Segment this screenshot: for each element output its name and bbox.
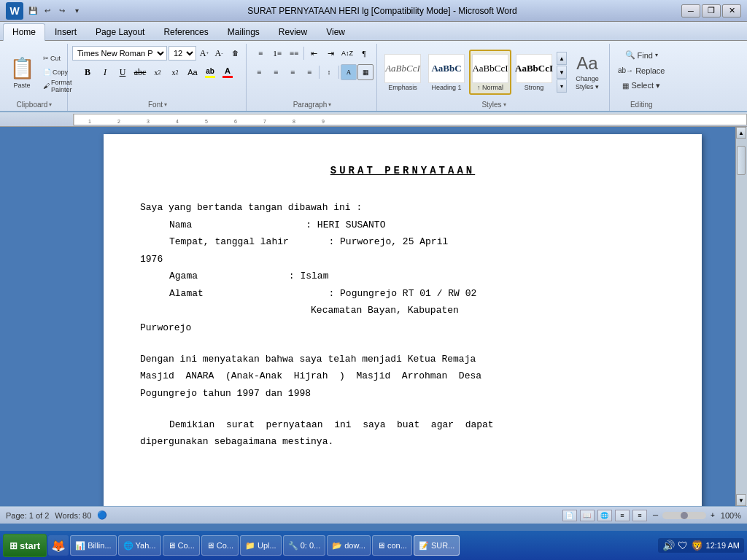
multilevel-list-button[interactable]: ≡≡ <box>286 45 302 61</box>
align-right-button[interactable]: ≡ <box>285 64 301 80</box>
font-row-2: B I U abc x2 x2 Aa ab A <box>80 64 236 80</box>
align-center-button[interactable]: ≡ <box>268 64 284 80</box>
style-normal[interactable]: AaBbCcI ↑ Normal <box>469 50 511 95</box>
save-button[interactable]: 💾 <box>26 4 39 18</box>
cut-label: Cut <box>50 55 61 62</box>
style-heading1[interactable]: AaBbC Heading 1 <box>425 50 468 95</box>
font-name-select[interactable]: Times New Roman PS M <box>72 46 167 61</box>
increase-indent-button[interactable]: ⇥ <box>322 45 338 61</box>
clear-format-button[interactable]: 🗑 <box>227 45 243 61</box>
print-layout-button[interactable]: 📄 <box>562 510 577 521</box>
styles-scroll-down[interactable]: ▼ <box>557 66 567 79</box>
show-formatting-button[interactable]: ¶ <box>356 45 372 61</box>
styles-scroll-up[interactable]: ▲ <box>557 52 567 65</box>
justify-button[interactable]: ≡ <box>301 64 317 80</box>
underline-button[interactable]: U <box>115 64 131 80</box>
taskbar-btn-co1[interactable]: 🖥Co... <box>163 535 200 556</box>
line-spacing-button[interactable]: ↕ <box>321 64 337 80</box>
find-dropdown[interactable]: ▾ <box>655 52 658 58</box>
tab-view[interactable]: View <box>317 23 355 40</box>
superscript-button[interactable]: x2 <box>167 64 183 80</box>
styles-group-label: Styles ▾ <box>382 99 606 109</box>
paragraph-expand-button[interactable]: ▾ <box>328 101 331 108</box>
replace-button[interactable]: ab→ Replace <box>614 63 668 77</box>
taskbar-btn-billin[interactable]: 📊Billin... <box>70 535 116 556</box>
tab-references[interactable]: References <box>154 23 217 40</box>
styles-expand-button[interactable]: ▾ <box>503 101 506 108</box>
zoom-thumb[interactable] <box>681 512 688 519</box>
font-grow-button[interactable]: A+ <box>198 47 211 60</box>
taskbar-icon-firefox[interactable]: 🦊 <box>48 535 69 556</box>
decrease-indent-button[interactable]: ⇤ <box>306 45 322 61</box>
font-content: Times New Roman PS M 12 A+ A- 🗑 B I U ab… <box>72 45 243 99</box>
svg-text:6: 6 <box>234 119 237 124</box>
font-color-button[interactable]: A <box>220 64 236 80</box>
subscript-button[interactable]: x2 <box>150 64 166 80</box>
draft-button[interactable]: ≡ <box>632 510 647 521</box>
tab-page-layout[interactable]: Page Layout <box>86 23 154 40</box>
tab-review[interactable]: Review <box>269 23 317 40</box>
tray-icon-antivirus: 🦁 <box>691 540 703 551</box>
outline-button[interactable]: ≡ <box>615 510 630 521</box>
font-size-select[interactable]: 12 <box>169 46 196 61</box>
font-expand-button[interactable]: ▾ <box>164 101 167 108</box>
scroll-thumb[interactable] <box>737 146 746 175</box>
undo-button[interactable]: ↩ <box>41 4 54 18</box>
change-case-button[interactable]: Aa <box>185 64 201 80</box>
find-button[interactable]: 🔍 Find ▾ <box>622 48 662 62</box>
taskbar-btn-surat[interactable]: 📝SUR... <box>414 535 460 556</box>
ruler-area: 1 2 3 4 5 6 7 8 9 <box>0 112 747 127</box>
bold-button[interactable]: B <box>80 64 96 80</box>
format-painter-button[interactable]: 🖌 Format Painter <box>41 79 64 93</box>
zoom-slider[interactable] <box>662 512 706 519</box>
tab-home[interactable]: Home <box>3 23 45 41</box>
style-strong[interactable]: AaBbCcI Strong <box>513 50 555 95</box>
document[interactable]: SURAT PERNYATAAN Saya yang bertanda tang… <box>104 134 702 506</box>
cut-button[interactable]: ✂ Cut <box>41 52 64 65</box>
scroll-up-button[interactable]: ▲ <box>736 127 746 139</box>
copy-label: Copy <box>53 69 68 76</box>
find-icon: 🔍 <box>625 50 635 60</box>
zoom-in-button[interactable]: + <box>711 511 715 519</box>
strikethrough-button[interactable]: abc <box>132 64 148 80</box>
ordered-list-button[interactable]: 1≡ <box>269 45 285 61</box>
font-shrink-button[interactable]: A- <box>212 47 225 60</box>
scroll-down-button[interactable]: ▼ <box>736 494 746 506</box>
shading-button[interactable]: A <box>341 64 357 80</box>
redo-button[interactable]: ↪ <box>55 4 69 18</box>
ribbon: 📋 Paste ✂ Cut 📄 Copy 🖌 Format Painter <box>0 41 747 112</box>
taskbar-btn-upl[interactable]: 📁Upl... <box>240 535 282 556</box>
clipboard-expand-button[interactable]: ▾ <box>49 101 52 108</box>
paste-button[interactable]: 📋 Paste <box>4 51 39 93</box>
tab-insert[interactable]: Insert <box>45 23 86 40</box>
minimize-button[interactable]: ─ <box>681 4 700 18</box>
taskbar-btn-debug[interactable]: 🔧0: 0... <box>283 535 326 556</box>
taskbar-btn-yahoo[interactable]: 🌐Yah... <box>118 535 161 556</box>
change-styles-button[interactable]: Aa ChangeStyles ▾ <box>568 50 606 95</box>
styles-more[interactable]: ▾ <box>557 79 567 93</box>
highlight-color-button[interactable]: ab <box>202 64 218 80</box>
italic-button[interactable]: I <box>97 64 113 80</box>
svg-text:5: 5 <box>205 119 208 124</box>
border-button[interactable]: ▦ <box>357 64 374 80</box>
copy-button[interactable]: 📄 Copy <box>41 66 64 79</box>
status-bar-left: Page: 1 of 2 Words: 80 🔵 <box>6 510 107 520</box>
align-left-button[interactable]: ≡ <box>251 64 267 80</box>
close-button[interactable]: ✕ <box>722 4 741 18</box>
restore-button[interactable]: ❐ <box>702 4 721 18</box>
dropdown-arrow[interactable]: ▾ <box>70 4 83 18</box>
zoom-out-button[interactable]: ─ <box>653 511 658 519</box>
start-button[interactable]: ⊞ start <box>3 534 47 557</box>
full-reading-button[interactable]: 📖 <box>580 510 595 521</box>
scroll-track[interactable] <box>736 139 747 494</box>
sort-button[interactable]: A↕Z <box>339 45 355 61</box>
taskbar-btn-co2[interactable]: 🖥Co... <box>201 535 239 556</box>
web-layout-button[interactable]: 🌐 <box>597 510 612 521</box>
taskbar-btn-dow[interactable]: 📂dow... <box>327 535 371 556</box>
tab-mailings[interactable]: Mailings <box>218 23 269 40</box>
copy-icon: 📄 <box>43 69 51 76</box>
style-emphasis[interactable]: AaBbCcI Emphasis <box>382 50 424 95</box>
unordered-list-button[interactable]: ≡ <box>252 45 268 61</box>
taskbar-btn-con[interactable]: 🖥con... <box>372 535 412 556</box>
select-button[interactable]: ▦ Select ▾ <box>619 79 664 93</box>
